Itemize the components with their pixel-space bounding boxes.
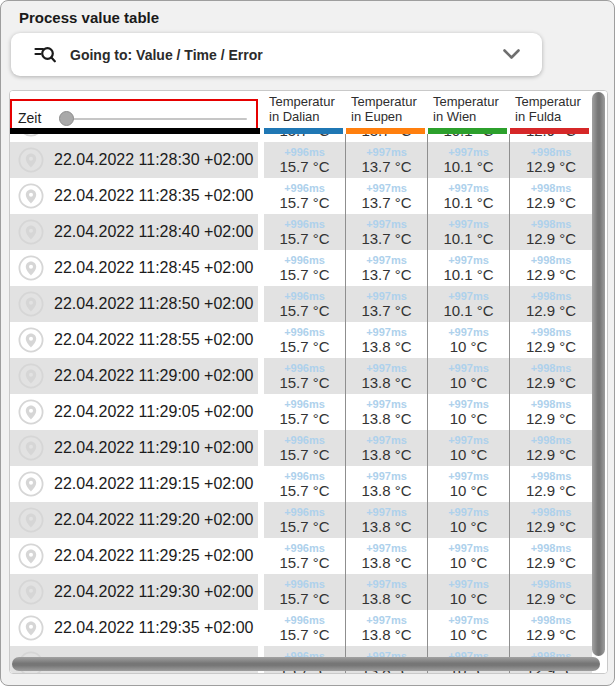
table-row: 22.04.2022 11:29:35 +02:00+996ms15.7 °C+… bbox=[10, 610, 607, 646]
location-pin-icon bbox=[18, 327, 44, 357]
timestamp: 22.04.2022 11:29:10 +02:00 bbox=[54, 439, 253, 457]
table-row: 22.04.2022 11:29:00 +02:00+996ms15.7 °C+… bbox=[10, 358, 607, 394]
temperature-value: 12.9 °C bbox=[526, 410, 576, 427]
ms-offset-label: +997ms bbox=[448, 146, 489, 158]
ms-offset-label: +997ms bbox=[448, 506, 489, 518]
temperature-cell: +997ms13.7 °C bbox=[346, 134, 428, 142]
temperature-value: 10.1 °C bbox=[443, 134, 493, 139]
series-color-underline bbox=[428, 128, 507, 134]
table-row: 22.04.2022 11:29:05 +02:00+996ms15.7 °C+… bbox=[10, 394, 607, 430]
time-slider[interactable] bbox=[57, 111, 247, 127]
temperature-cell: +998ms12.9 °C bbox=[510, 574, 592, 610]
temperature-cell: +996ms15.7 °C bbox=[264, 250, 346, 286]
temperature-cell: +998ms12.9 °C bbox=[510, 538, 592, 574]
timestamp-cell: 22.04.2022 11:28:55 +02:00 bbox=[10, 322, 258, 358]
column-header: Temperaturin Dalian bbox=[264, 91, 346, 134]
temperature-cell: +997ms10 °C bbox=[428, 430, 510, 466]
table-row: 22.04.2022 11:28:45 +02:00+996ms15.7 °C+… bbox=[10, 250, 607, 286]
ms-offset-label: +997ms bbox=[448, 290, 489, 302]
temperature-value: 10 °C bbox=[450, 590, 488, 607]
ms-offset-label: +997ms bbox=[366, 362, 407, 374]
timestamp: 22.04.2022 11:28:50 +02:00 bbox=[54, 295, 253, 313]
time-slider-track[interactable] bbox=[65, 118, 247, 120]
temperature-value: 12.9 °C bbox=[526, 230, 576, 247]
temperature-cell: +998ms12.9 °C bbox=[510, 142, 592, 178]
timestamp: 22.04.2022 11:28:40 +02:00 bbox=[54, 223, 253, 241]
temperature-cell: +997ms13.8 °C bbox=[346, 394, 428, 430]
series-color-underline bbox=[346, 128, 425, 134]
ms-offset-label: +998ms bbox=[531, 254, 572, 266]
ms-offset-label: +997ms bbox=[366, 290, 407, 302]
temperature-value: 10 °C bbox=[450, 626, 488, 643]
temperature-value: 13.7 °C bbox=[361, 158, 411, 175]
temperature-cell: +996ms15.7 °C bbox=[264, 466, 346, 502]
temperature-value: 15.7 °C bbox=[279, 446, 329, 463]
temperature-value: 10 °C bbox=[450, 410, 488, 427]
temperature-value: 13.8 °C bbox=[361, 590, 411, 607]
temperature-value: 10 °C bbox=[450, 518, 488, 535]
time-series-underline bbox=[10, 128, 260, 134]
ms-offset-label: +997ms bbox=[448, 578, 489, 590]
table-header: Zeit Temperaturin DalianTemperaturin Eup… bbox=[10, 91, 607, 134]
chevron-down-icon[interactable] bbox=[503, 49, 520, 60]
temperature-cell: +997ms13.7 °C bbox=[346, 214, 428, 250]
temperature-cell: +996ms15.7 °C bbox=[264, 430, 346, 466]
horizontal-scrollbar-thumb[interactable] bbox=[12, 657, 600, 671]
temperature-cell: +998ms12.9 °C bbox=[510, 466, 592, 502]
temperature-cell: +998ms12.9 °C bbox=[510, 610, 592, 646]
ms-offset-label: +998ms bbox=[531, 146, 572, 158]
temperature-value: 13.8 °C bbox=[361, 518, 411, 535]
ms-offset-label: +997ms bbox=[448, 218, 489, 230]
timestamp-cell: 22.04.2022 11:29:25 +02:00 bbox=[10, 538, 258, 574]
ms-offset-label: +997ms bbox=[366, 254, 407, 266]
ms-offset-label: +997ms bbox=[448, 470, 489, 482]
timestamp: 22.04.2022 11:28:45 +02:00 bbox=[54, 259, 253, 277]
temperature-cell: +997ms10.1 °C bbox=[428, 142, 510, 178]
temperature-value: 15.7 °C bbox=[279, 230, 329, 247]
temperature-cell: +998ms12.9 °C bbox=[510, 250, 592, 286]
column-header-line2: in Fulda bbox=[515, 109, 592, 124]
going-to-dropdown[interactable]: Going to: Value / Time / Error bbox=[11, 33, 542, 76]
ms-offset-label: +997ms bbox=[448, 434, 489, 446]
temperature-cell: +997ms10.1 °C bbox=[428, 214, 510, 250]
table-row: 22.04.2022 11:28:35 +02:00+996ms15.7 °C+… bbox=[10, 178, 607, 214]
timestamp: 22.04.2022 11:29:25 +02:00 bbox=[54, 547, 253, 565]
timestamp-cell: 22.04.2022 11:29:20 +02:00 bbox=[10, 502, 258, 538]
table-row: 22.04.2022 11:29:15 +02:00+996ms15.7 °C+… bbox=[10, 466, 607, 502]
time-slider-thumb[interactable] bbox=[59, 111, 74, 126]
table-row: 22.04.2022 11:29:20 +02:00+996ms15.7 °C+… bbox=[10, 502, 607, 538]
timestamp: 22.04.2022 11:28:35 +02:00 bbox=[54, 187, 253, 205]
temperature-value: 15.7 °C bbox=[279, 554, 329, 571]
temperature-value: 13.7 °C bbox=[361, 134, 411, 139]
temperature-value: 13.7 °C bbox=[361, 302, 411, 319]
column-header-line2: in Wien bbox=[433, 109, 510, 124]
location-pin-icon bbox=[18, 435, 44, 465]
temperature-cell: +997ms13.8 °C bbox=[346, 322, 428, 358]
ms-offset-label: +996ms bbox=[284, 326, 325, 338]
temperature-value: 12.9 °C bbox=[526, 266, 576, 283]
temperature-cell: +997ms13.7 °C bbox=[346, 250, 428, 286]
temperature-cell: +996ms15.7 °C bbox=[264, 142, 346, 178]
ms-offset-label: +998ms bbox=[531, 434, 572, 446]
temperature-cell: +997ms10.1 °C bbox=[428, 134, 510, 142]
vertical-scrollbar-thumb[interactable] bbox=[592, 92, 605, 656]
temperature-value: 13.7 °C bbox=[361, 194, 411, 211]
table-row: 22.04.2022 11:28:30 +02:00+996ms15.7 °C+… bbox=[10, 142, 607, 178]
ms-offset-label: +998ms bbox=[531, 290, 572, 302]
temperature-column-headers: Temperaturin DalianTemperaturin EupenTem… bbox=[264, 91, 592, 134]
temperature-value: 13.8 °C bbox=[361, 482, 411, 499]
temperature-value: 10.1 °C bbox=[443, 230, 493, 247]
temperature-value: 12.9 °C bbox=[526, 158, 576, 175]
temperature-value: 10.1 °C bbox=[443, 266, 493, 283]
ms-offset-label: +998ms bbox=[531, 542, 572, 554]
table-row: 22.04.2022 11:29:30 +02:00+996ms15.7 °C+… bbox=[10, 574, 607, 610]
ms-offset-label: +996ms bbox=[284, 434, 325, 446]
temperature-cell: +997ms13.8 °C bbox=[346, 610, 428, 646]
temperature-cell: +997ms13.8 °C bbox=[346, 538, 428, 574]
temperature-cell: +997ms10 °C bbox=[428, 538, 510, 574]
temperature-value: 13.8 °C bbox=[361, 626, 411, 643]
ms-offset-label: +997ms bbox=[366, 578, 407, 590]
temperature-cell: +998ms12.9 °C bbox=[510, 358, 592, 394]
temperature-cell: +997ms13.7 °C bbox=[346, 142, 428, 178]
ms-offset-label: +997ms bbox=[366, 218, 407, 230]
